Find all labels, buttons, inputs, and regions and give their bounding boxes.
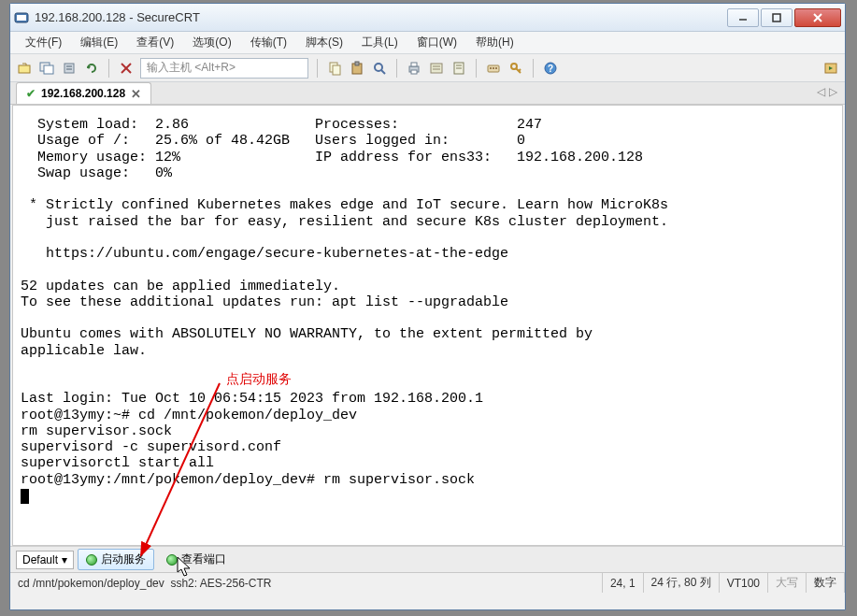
minimize-button[interactable] [727, 8, 759, 27]
separator [396, 59, 397, 78]
window-controls [727, 8, 841, 27]
separator [533, 59, 534, 78]
connected-icon: ✔ [26, 87, 36, 100]
session-tab[interactable]: ✔ 192.168.200.128 ✕ [16, 82, 151, 104]
tab-close-icon[interactable]: ✕ [131, 87, 141, 101]
start-service-label: 启动服务 [101, 552, 146, 567]
profile-dropdown[interactable]: Default ▾ [16, 551, 74, 569]
svg-point-18 [375, 64, 382, 71]
tab-label: 192.168.200.128 [41, 87, 125, 100]
sftp-icon[interactable] [822, 60, 839, 77]
svg-rect-1 [17, 15, 26, 21]
svg-point-30 [490, 67, 492, 69]
session-manager-icon[interactable] [38, 60, 55, 77]
find-icon[interactable] [371, 60, 388, 77]
menu-transfer[interactable]: 传输(T) [241, 33, 296, 52]
key-icon[interactable] [507, 60, 524, 77]
window-title: 192.168.200.128 - SecureCRT [35, 10, 727, 24]
svg-text:?: ? [548, 64, 553, 74]
menu-tools[interactable]: 工具(L) [352, 33, 407, 52]
menu-file[interactable]: 文件(F) [16, 33, 71, 52]
status-path: cd /mnt/pokemon/deploy_dev ssh2: AES-256… [10, 573, 603, 593]
play-icon [86, 554, 97, 566]
app-icon [14, 10, 29, 25]
svg-rect-17 [355, 62, 359, 65]
close-button[interactable] [794, 8, 841, 27]
status-position: 24, 1 [603, 573, 644, 593]
svg-line-35 [519, 69, 521, 71]
svg-rect-9 [64, 64, 74, 73]
maximize-button[interactable] [761, 8, 793, 27]
profile-label: Default [22, 553, 58, 566]
menu-script[interactable]: 脚本(S) [296, 33, 352, 52]
host-placeholder: 输入主机 <Alt+R> [147, 60, 236, 76]
app-window: 192.168.200.128 - SecureCRT 文件(F) 编辑(E) … [9, 3, 846, 610]
svg-rect-15 [333, 65, 340, 75]
check-port-label: 查看端口 [181, 552, 226, 567]
titlebar: 192.168.200.128 - SecureCRT [10, 4, 845, 32]
separator [317, 59, 318, 78]
tab-left-icon[interactable]: ◁ [817, 85, 825, 98]
svg-rect-21 [411, 63, 417, 66]
svg-point-32 [495, 67, 497, 69]
svg-rect-6 [19, 65, 30, 73]
svg-line-19 [381, 70, 385, 74]
keymap-icon[interactable] [485, 60, 502, 77]
menu-help[interactable]: 帮助(H) [466, 33, 523, 52]
status-cipher-text: ssh2: AES-256-CTR [170, 577, 271, 590]
play-icon [166, 554, 178, 566]
menu-view[interactable]: 查看(V) [127, 33, 183, 52]
svg-rect-23 [431, 64, 442, 73]
help-icon[interactable]: ? [542, 60, 559, 77]
svg-point-31 [493, 67, 494, 69]
server-icon[interactable] [61, 60, 78, 77]
menu-window[interactable]: 窗口(W) [407, 33, 466, 52]
reconnect-icon[interactable] [83, 60, 100, 77]
status-size: 24 行, 80 列 [644, 573, 720, 593]
log-icon[interactable] [450, 60, 467, 77]
paste-icon[interactable] [349, 60, 365, 77]
separator [108, 59, 109, 78]
terminal-pane[interactable]: System load: 2.86 Processes: 247 Usage o… [12, 105, 843, 546]
svg-rect-22 [411, 70, 417, 74]
terminal-content: System load: 2.86 Processes: 247 Usage o… [21, 117, 668, 488]
status-path-text: cd /mnt/pokemon/deploy_dev [18, 577, 164, 590]
properties-icon[interactable] [428, 60, 445, 77]
menu-edit[interactable]: 编辑(E) [71, 33, 127, 52]
menu-options[interactable]: 选项(O) [183, 33, 240, 52]
dropdown-arrow-icon: ▾ [62, 553, 67, 566]
print-icon[interactable] [406, 60, 422, 77]
tabbar: ✔ 192.168.200.128 ✕ ◁ ▷ [10, 82, 845, 105]
host-input[interactable]: 输入主机 <Alt+R> [140, 58, 308, 79]
disconnect-icon[interactable] [118, 60, 135, 77]
statusbar: cd /mnt/pokemon/deploy_dev ssh2: AES-256… [10, 572, 845, 593]
status-numlock: 数字 [807, 573, 845, 593]
tab-right-icon[interactable]: ▷ [829, 85, 837, 98]
menubar: 文件(F) 编辑(E) 查看(V) 选项(O) 传输(T) 脚本(S) 工具(L… [10, 32, 845, 54]
toolbar: 输入主机 <Alt+R> ? [10, 54, 845, 82]
tab-navigation: ◁ ▷ [817, 85, 837, 98]
check-port-button[interactable]: 查看端口 [158, 549, 235, 570]
terminal-cursor [21, 489, 29, 504]
copy-icon[interactable] [326, 60, 343, 77]
quick-connect-icon[interactable] [16, 60, 33, 77]
svg-rect-3 [773, 14, 780, 21]
button-bar: Default ▾ 启动服务 查看端口 [10, 546, 845, 572]
status-emulation: VT100 [720, 573, 768, 593]
svg-rect-8 [44, 65, 53, 74]
separator [476, 59, 477, 78]
status-caps: 大写 [768, 573, 807, 593]
start-service-button[interactable]: 启动服务 [78, 549, 154, 570]
